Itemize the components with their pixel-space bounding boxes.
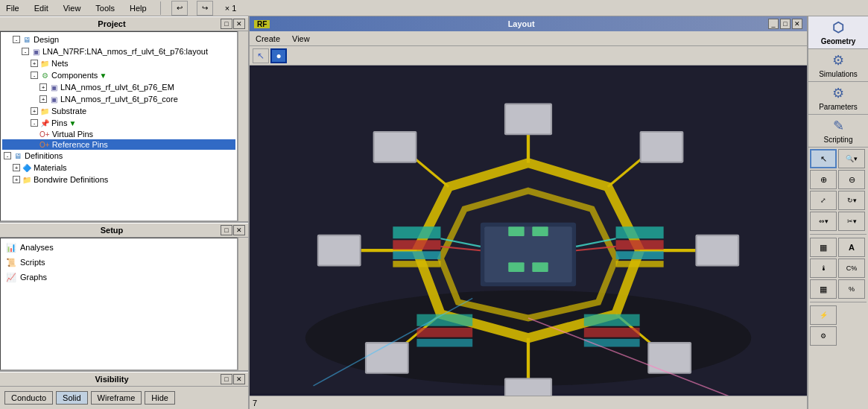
tree-item-lna-em[interactable]: + ▣ LNA_nmos_rf_ulvt_6t_p76_EM xyxy=(2,81,235,93)
rf-titlebar: RF Layout _ □ ✕ xyxy=(250,16,807,31)
menu-view[interactable]: View xyxy=(60,2,84,14)
setup-maximize-button[interactable]: □ xyxy=(221,225,232,235)
expand-components[interactable]: - xyxy=(31,72,38,79)
visibility-close-button[interactable]: ✕ xyxy=(233,374,245,384)
rf-menu-create[interactable]: Create xyxy=(253,34,283,44)
project-close-button[interactable]: ✕ xyxy=(233,19,245,29)
setup-panel-buttons: □ ✕ xyxy=(221,225,245,235)
svg-rect-29 xyxy=(484,226,572,282)
rf-circle-tool[interactable]: ● xyxy=(270,48,287,63)
extra-tool1-button[interactable]: ⚡ xyxy=(810,305,837,325)
shift-dropdown-button[interactable]: ⇔▾ xyxy=(810,212,837,231)
expand-design[interactable]: - xyxy=(13,36,20,43)
expand-lna-core[interactable]: + xyxy=(39,95,47,103)
tab-simulations[interactable]: ⚙ Simulations xyxy=(808,49,868,82)
expand-pins[interactable]: - xyxy=(31,119,38,127)
rf-menubar: Create View xyxy=(250,31,807,46)
rf-menu-view[interactable]: View xyxy=(289,34,313,44)
percent2-button[interactable]: % xyxy=(838,279,865,299)
tree-item-lna-core[interactable]: + ▣ LNA_nmos_rf_ulvt_6t_p76_core xyxy=(2,93,235,105)
expand-lna[interactable]: - xyxy=(22,48,29,55)
project-scrollbar[interactable] xyxy=(238,31,248,221)
tab-geometry[interactable]: ⬡ Geometry xyxy=(808,16,868,49)
svg-rect-39 xyxy=(416,328,472,337)
vis-btn-wireframe[interactable]: Wireframe xyxy=(91,391,142,405)
rf-maximize-button[interactable]: □ xyxy=(780,19,791,29)
tree-item-materials[interactable]: + 🔷 Materials xyxy=(2,162,235,174)
svg-rect-35 xyxy=(616,240,664,250)
project-maximize-button[interactable]: □ xyxy=(221,19,232,29)
vis-btn-solid[interactable]: Solid xyxy=(56,391,87,405)
nets-icon: 📁 xyxy=(39,58,50,69)
rf-footer: 7 xyxy=(250,396,807,409)
rotate-dropdown-button[interactable]: ↻▾ xyxy=(838,191,865,210)
bar-chart2-button[interactable]: ▦ xyxy=(810,279,837,299)
svg-rect-15 xyxy=(642,133,682,161)
undo-button[interactable]: ↩ xyxy=(171,1,188,16)
vis-btn-conducto[interactable]: Conducto xyxy=(4,391,53,405)
menu-file[interactable]: File xyxy=(3,2,22,14)
tree-item-virtual-pins[interactable]: O+ Virtual Pins xyxy=(2,129,235,139)
rf-close-button[interactable]: ✕ xyxy=(792,19,802,29)
svg-rect-32 xyxy=(393,251,440,259)
vis-btn-hide[interactable]: Hide xyxy=(145,391,175,405)
tree-item-nets[interactable]: + 📁 Nets xyxy=(2,57,235,69)
tree-item-design[interactable]: - 🖥 Design xyxy=(2,34,235,45)
setup-scrollbar[interactable] xyxy=(238,238,248,370)
expand-materials[interactable]: + xyxy=(13,164,20,171)
visibility-maximize-button[interactable]: □ xyxy=(221,374,232,384)
rf-canvas[interactable] xyxy=(250,66,807,396)
tab-parameters[interactable]: ⚙ Parameters xyxy=(808,82,868,115)
parameters-tab-icon: ⚙ xyxy=(810,85,867,101)
tree-label-pins: Pins xyxy=(51,118,67,127)
select-tool-button[interactable]: ↖ xyxy=(810,149,837,168)
tool-row-clip: ⇔▾ ✂▾ xyxy=(810,212,867,231)
setup-item-analyses[interactable]: 📊 Analyses xyxy=(2,240,235,255)
tool-row-select: ↖ 🔍▾ xyxy=(810,149,867,168)
expand-definitions[interactable]: - xyxy=(4,152,11,159)
redo-button[interactable]: ↪ xyxy=(197,1,213,16)
clip-dropdown-button[interactable]: ✂▾ xyxy=(838,212,865,231)
tree-item-bondwire[interactable]: + 📁 Bondwire Definitions xyxy=(2,174,235,186)
zoom-in-button[interactable]: ⊕ xyxy=(810,170,837,189)
c-percent-button[interactable]: C% xyxy=(838,259,865,278)
bondwire-icon: 📁 xyxy=(22,174,32,185)
menu-help[interactable]: Help xyxy=(127,2,150,14)
setup-close-button[interactable]: ✕ xyxy=(233,225,245,235)
bar-chart-button[interactable]: ▦ xyxy=(810,238,837,257)
tree-item-lna-layout[interactable]: - ▣ LNA_N7RF:LNA_nmos_rf_ulvt_6t_p76:lay… xyxy=(2,45,235,57)
tree-item-components[interactable]: - ⚙ Components ▼ xyxy=(2,69,235,81)
rf-title: Layout xyxy=(274,19,768,28)
text-label-button[interactable]: A xyxy=(838,238,865,257)
setup-item-scripts[interactable]: 📜 Scripts xyxy=(2,255,235,270)
zoom-dropdown-button[interactable]: 🔍▾ xyxy=(838,149,865,168)
svg-rect-34 xyxy=(616,226,664,238)
tree-item-pins[interactable]: - 📌 Pins ▼ xyxy=(2,117,235,129)
expand-bondwire[interactable]: + xyxy=(13,176,20,183)
extra-tool2-button[interactable]: ⚙ xyxy=(810,326,837,346)
tree-item-reference-pins[interactable]: O+ Reference Pins xyxy=(2,139,235,150)
tree-item-substrate[interactable]: + 📁 Substrate xyxy=(2,105,235,117)
tree-label-substrate: Substrate xyxy=(51,107,86,115)
zoom-out-button[interactable]: ⊖ xyxy=(838,170,865,189)
center-area: RF Layout _ □ ✕ Create View ↖ ● xyxy=(250,16,807,409)
project-panel: Project □ ✕ - 🖥 Design xyxy=(0,16,248,221)
rf-tag: RF xyxy=(254,20,270,28)
pins-filter-icon: ▼ xyxy=(69,119,76,127)
fit-button[interactable]: ⤢ xyxy=(810,191,837,210)
tab-scripting[interactable]: ✎ Scripting xyxy=(808,115,868,148)
setup-panel-header: Setup □ ✕ xyxy=(0,223,248,238)
rf-minimize-button[interactable]: _ xyxy=(768,19,779,29)
menu-edit[interactable]: Edit xyxy=(31,2,51,14)
expand-substrate[interactable]: + xyxy=(31,107,38,115)
menu-tools[interactable]: Tools xyxy=(92,2,118,14)
project-tree: - 🖥 Design - ▣ LNA_N7RF:LNA_nmos_rf_ulvt… xyxy=(0,31,238,221)
setup-item-graphs[interactable]: 📈 Graphs xyxy=(2,270,235,285)
tool-row-zoom: ⊕ ⊖ xyxy=(810,170,867,189)
temp-button[interactable]: 🌡 xyxy=(810,259,837,278)
expand-lna-em[interactable]: + xyxy=(39,83,47,91)
expand-nets[interactable]: + xyxy=(31,60,38,67)
rf-arrow-tool[interactable]: ↖ xyxy=(253,48,269,63)
tree-item-definitions[interactable]: - 🖥 Definitions xyxy=(2,150,235,162)
scripting-tab-icon: ✎ xyxy=(810,118,867,134)
